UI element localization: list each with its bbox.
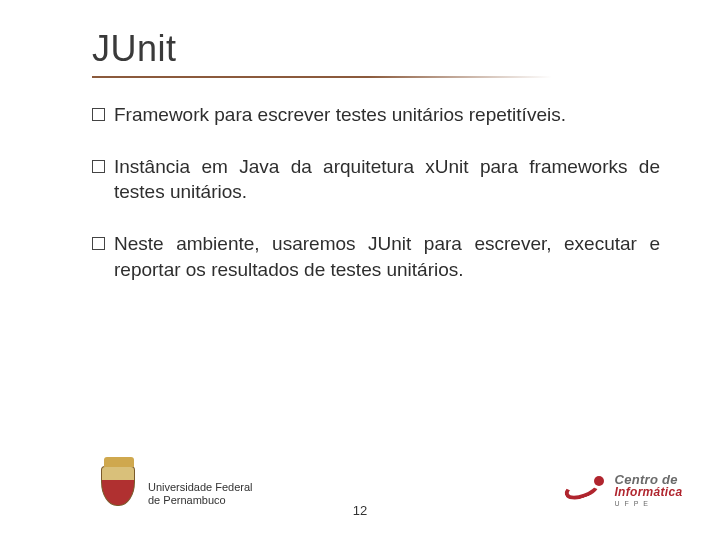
slide: JUnit Framework para escrever testes uni… (0, 0, 720, 540)
page-number: 12 (353, 503, 367, 518)
affiliation: Universidade Federal de Pernambuco (148, 481, 253, 509)
ufpe-crest-icon (96, 466, 140, 518)
page-title: JUnit (92, 28, 660, 70)
list-item: Framework para escrever testes unitários… (92, 102, 660, 128)
affiliation-line: Universidade Federal (148, 481, 253, 495)
bullet-list: Framework para escrever testes unitários… (92, 102, 660, 282)
list-item: Neste ambiente, usaremos JUnit para escr… (92, 231, 660, 282)
cin-logo-line: Informática (614, 485, 682, 499)
cin-logo-line: U F P E (614, 500, 682, 507)
list-item: Instância em Java da arquitetura xUnit p… (92, 154, 660, 205)
footer: Universidade Federal de Pernambuco 12 Ce… (0, 458, 720, 522)
cin-logo-icon: Centro de Informática U F P E (564, 472, 684, 516)
affiliation-line: de Pernambuco (148, 494, 253, 508)
title-underline (92, 76, 552, 78)
